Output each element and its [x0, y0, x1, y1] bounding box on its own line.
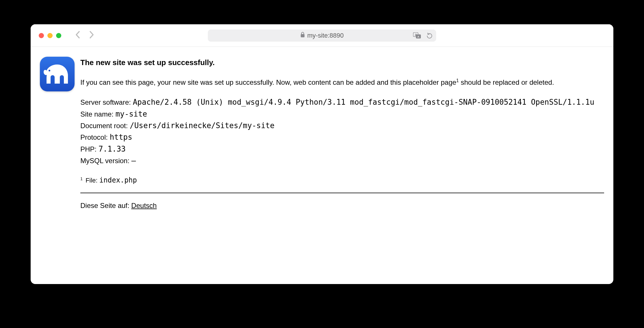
page-body: The new site was set up successfully. If…: [31, 47, 613, 284]
nav-buttons: [75, 31, 94, 40]
back-button[interactable]: [75, 31, 80, 40]
intro-paragraph: If you can see this page, your new site …: [80, 77, 604, 88]
php-value: 7.1.33: [99, 145, 126, 153]
protocol-value: https: [110, 133, 132, 141]
site-name-label: Site name:: [80, 110, 115, 118]
chevron-left-icon: [75, 31, 80, 39]
footnote-file: index.php: [99, 176, 137, 184]
footnote-sup: 1: [80, 176, 83, 181]
chevron-right-icon: [89, 31, 94, 39]
protocol-row: Protocol: https: [80, 131, 604, 143]
svg-text:A: A: [417, 35, 419, 38]
translate-icon[interactable]: あ A: [413, 32, 421, 39]
mamp-logo: [40, 57, 75, 91]
svg-text:あ: あ: [415, 33, 417, 36]
logo-column: [40, 57, 80, 267]
svg-rect-0: [301, 34, 305, 37]
language-link[interactable]: Deutsch: [131, 202, 157, 209]
lock-icon: [300, 32, 305, 39]
forward-button[interactable]: [89, 31, 94, 40]
separator: [80, 193, 604, 193]
window-controls: [39, 33, 61, 38]
language-prefix: Diese Seite auf:: [80, 202, 131, 209]
site-name-value: my-site: [115, 110, 147, 118]
server-software-row: Server software: Apache/2.4.58 (Unix) mo…: [80, 96, 604, 108]
browser-window: my-site:8890 あ A: [31, 24, 613, 284]
footnote-label: File:: [84, 177, 99, 184]
php-row: PHP: 7.1.33: [80, 143, 604, 155]
page-title: The new site was set up successfully.: [80, 57, 604, 68]
intro-suffix: should be replaced or deleted.: [459, 78, 554, 86]
reload-button[interactable]: [426, 32, 432, 39]
svg-point-5: [49, 70, 50, 71]
intro-footnote-ref: 1: [456, 78, 459, 83]
mysql-row: MySQL version: –: [80, 155, 604, 166]
window-maximize-button[interactable]: [56, 33, 61, 38]
server-software-value: Apache/2.4.58 (Unix) mod_wsgi/4.9.4 Pyth…: [133, 98, 594, 106]
document-root-value: /Users/dirkeinecke/Sites/my-site: [130, 121, 275, 130]
address-content: my-site:8890: [300, 32, 344, 39]
browser-toolbar: my-site:8890 あ A: [31, 24, 613, 47]
elephant-icon: [43, 63, 71, 85]
language-row: Diese Seite auf: Deutsch: [80, 200, 604, 211]
address-text: my-site:8890: [307, 32, 344, 39]
php-label: PHP:: [80, 145, 99, 153]
document-root-label: Document root:: [80, 122, 130, 130]
address-bar[interactable]: my-site:8890 あ A: [208, 30, 436, 42]
content-column: The new site was set up successfully. If…: [80, 57, 604, 267]
document-root-row: Document root: /Users/dirkeinecke/Sites/…: [80, 120, 604, 131]
mysql-label: MySQL version:: [80, 157, 132, 165]
server-software-label: Server software:: [80, 98, 133, 106]
intro-prefix: If you can see this page, your new site …: [80, 78, 456, 86]
window-close-button[interactable]: [39, 33, 44, 38]
site-name-row: Site name: my-site: [80, 108, 604, 120]
window-minimize-button[interactable]: [47, 33, 53, 38]
mysql-value: –: [132, 156, 136, 165]
protocol-label: Protocol:: [80, 133, 110, 141]
server-details: Server software: Apache/2.4.58 (Unix) mo…: [80, 96, 604, 166]
footnote-row: 1 File: index.php: [80, 175, 604, 186]
